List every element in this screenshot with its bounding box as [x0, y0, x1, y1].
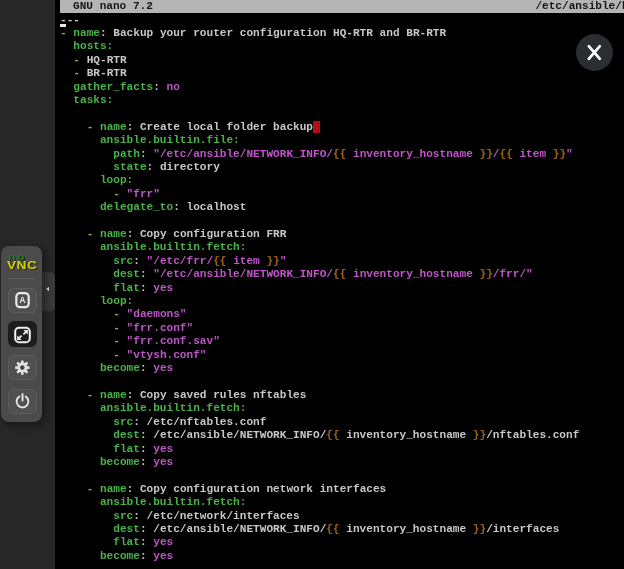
- svg-text:A: A: [20, 296, 26, 305]
